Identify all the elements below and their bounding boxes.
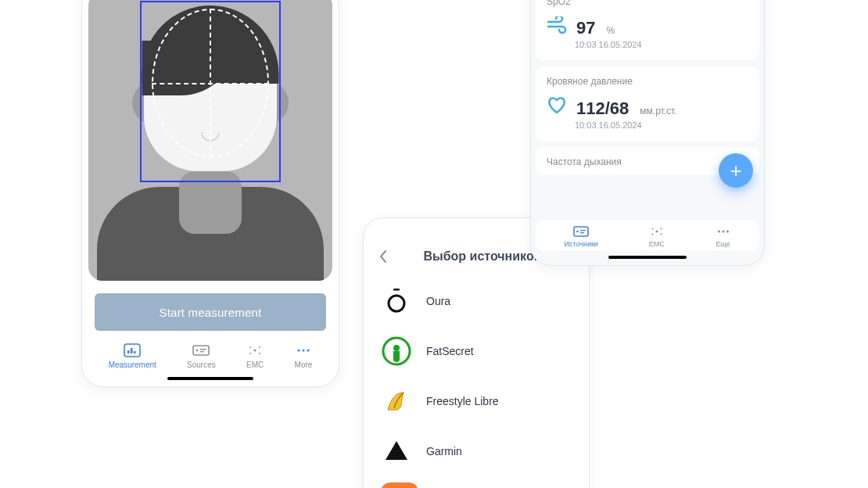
svg-point-24 [655, 231, 658, 233]
bottom-tabbar: Measurement Sources EMC More [88, 339, 332, 372]
svg-rect-23 [580, 232, 584, 233]
back-button[interactable] [375, 248, 392, 265]
svg-rect-3 [134, 351, 136, 353]
svg-point-30 [722, 231, 724, 233]
health-dashboard-screen: SpO2 97 % 10:03 16.05.2024 Кровяное давл… [530, 0, 765, 266]
card-title: Частота дыхания [547, 156, 748, 167]
tab-label: Sources [187, 361, 216, 369]
svg-rect-2 [131, 348, 133, 353]
svg-point-9 [249, 346, 251, 348]
tab-sources[interactable]: Источники [564, 225, 597, 248]
svg-point-28 [660, 234, 662, 235]
bp-value: 112/68 [576, 99, 629, 119]
svg-point-31 [726, 231, 729, 233]
oura-icon [381, 285, 412, 317]
tab-label: More [295, 361, 313, 369]
tab-label: Еще [716, 240, 730, 248]
svg-point-5 [196, 350, 199, 352]
tab-label: EMC [649, 240, 665, 248]
heart-icon [547, 95, 567, 115]
source-item-freestyle[interactable]: Freestyle Libre [364, 376, 589, 426]
home-indicator [608, 256, 687, 259]
svg-rect-20 [574, 227, 588, 236]
svg-point-8 [254, 350, 256, 352]
svg-point-29 [718, 231, 720, 233]
plus-icon: + [730, 160, 741, 181]
chevron-left-icon [378, 249, 388, 264]
tab-label: Источники [564, 240, 597, 248]
garmin-icon [381, 436, 412, 467]
tab-emc[interactable]: EMC [649, 225, 665, 248]
card-title: SpO2 [547, 0, 748, 7]
card-title: Кровяное давление [547, 76, 748, 87]
svg-point-17 [389, 296, 404, 311]
svg-rect-7 [200, 351, 204, 352]
source-label: FatSecret [426, 345, 474, 357]
spo2-unit: % [606, 25, 615, 36]
camera-preview [88, 0, 332, 281]
bp-unit: мм.рт.ст. [640, 106, 676, 117]
card-blood-pressure[interactable]: Кровяное давление 112/68 мм.рт.ст. 10:03… [536, 66, 759, 141]
sources-icon [192, 343, 210, 357]
tab-measurement[interactable]: Measurement [104, 342, 161, 371]
bp-timestamp: 10:03 16.05.2024 [575, 120, 748, 130]
tab-emc[interactable]: EMC [242, 342, 268, 371]
source-item-partial[interactable] [381, 483, 418, 488]
start-measurement-button[interactable]: Start measurement [95, 293, 326, 331]
emc-icon [246, 343, 264, 357]
more-icon [716, 225, 731, 238]
svg-rect-22 [580, 230, 586, 231]
spo2-value: 97 [576, 18, 595, 38]
health-cards: SpO2 97 % 10:03 16.05.2024 Кровяное давл… [536, 0, 759, 216]
home-indicator [167, 377, 253, 380]
fatsecret-icon [381, 336, 412, 367]
svg-rect-6 [200, 349, 206, 350]
svg-point-21 [576, 231, 579, 233]
svg-rect-4 [193, 346, 209, 355]
card-spo2[interactable]: SpO2 97 % 10:03 16.05.2024 [536, 0, 759, 60]
source-label: Garmin [426, 445, 462, 458]
svg-point-14 [302, 349, 304, 351]
svg-point-15 [307, 349, 309, 351]
tab-label: Measurement [109, 361, 156, 369]
freestyle-libre-icon [381, 386, 412, 417]
svg-point-10 [259, 346, 260, 348]
tab-label: EMC [246, 361, 264, 369]
svg-point-25 [651, 228, 653, 230]
svg-point-12 [259, 353, 260, 354]
sources-icon [573, 225, 589, 238]
source-item-garmin[interactable]: Garmin [364, 426, 589, 476]
svg-point-11 [249, 353, 251, 354]
add-button[interactable]: + [719, 153, 753, 188]
tab-more[interactable]: Еще [716, 225, 731, 248]
source-label: Oura [426, 295, 450, 307]
svg-point-26 [660, 228, 662, 230]
more-icon [295, 343, 312, 357]
source-label: Freestyle Libre [426, 395, 499, 407]
source-item-fatsecret[interactable]: FatSecret [364, 326, 589, 376]
svg-rect-16 [393, 289, 400, 291]
svg-point-13 [297, 349, 299, 351]
emc-icon [649, 225, 665, 238]
face-bounding-box [140, 1, 281, 182]
sources-list: Oura FatSecret Freestyle Libre Garmin [364, 273, 589, 488]
measurement-screen: Start measurement Measurement Sources EM… [81, 0, 339, 387]
tab-more[interactable]: More [290, 342, 317, 371]
wind-icon [547, 15, 567, 35]
bottom-tabbar: Источники EMC Еще [536, 221, 759, 251]
tab-sources[interactable]: Sources [182, 342, 221, 371]
spo2-timestamp: 10:03 16.05.2024 [575, 40, 748, 49]
svg-rect-1 [127, 350, 130, 353]
source-item-oura[interactable]: Oura [364, 276, 589, 326]
measurement-icon [124, 343, 141, 357]
svg-point-19 [393, 345, 400, 351]
svg-point-27 [651, 234, 653, 235]
